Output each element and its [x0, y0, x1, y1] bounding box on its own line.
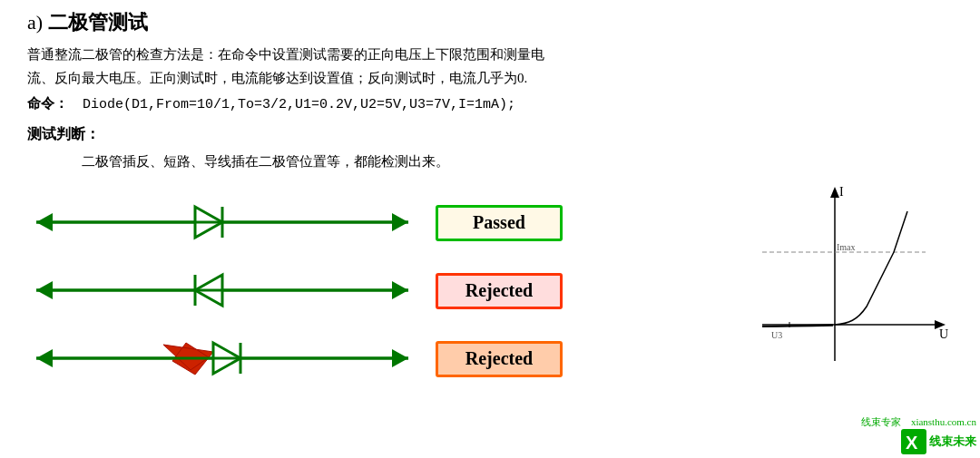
section-title: a) 二极管测试	[27, 9, 953, 36]
diagrams-area: Passed	[27, 189, 953, 393]
main-container: a) 二极管测试 普通整流二极管的检查方法是：在命令中设置测试需要的正向电压上下…	[0, 0, 980, 458]
circuit-svg-1	[27, 189, 417, 257]
watermark-logo-text: 线束未来	[929, 434, 976, 450]
status-badge-2: Rejected	[436, 273, 563, 309]
test-judgment-label: 测试判断：	[27, 125, 953, 144]
description-block: 普通整流二极管的检查方法是：在命令中设置测试需要的正向电压上下限范围和测量电 流…	[27, 44, 953, 90]
status-text-2: Rejected	[466, 280, 533, 301]
circuit-row-2: Rejected	[27, 257, 735, 325]
circuit-row-3: Rejected	[27, 325, 735, 393]
status-badge-3: Rejected	[436, 341, 563, 377]
svg-rect-22	[744, 180, 953, 379]
status-text-3: Rejected	[466, 348, 533, 369]
command-text: Diode(D1,From=10/1,To=3/2,U1=0.2V,U2=5V,…	[83, 97, 515, 112]
watermark-url: xiansthu.com.cn	[911, 416, 976, 427]
watermark-line1-text: 线束专家	[861, 416, 901, 427]
svg-text:Imax: Imax	[837, 242, 856, 252]
circuit-row-1: Passed	[27, 189, 735, 257]
description-line1: 普通整流二极管的检查方法是：在命令中设置测试需要的正向电压上下限范围和测量电	[27, 47, 544, 62]
status-text-1: Passed	[473, 212, 525, 233]
circuit-svg-3	[27, 325, 417, 393]
command-label: 命令：	[27, 95, 68, 112]
svg-text:U3: U3	[771, 330, 782, 340]
title-text: 二极管测试	[48, 11, 148, 34]
watermark: 线束专家 xiansthu.com.cn X 线束未来	[858, 412, 980, 458]
svg-text:I: I	[839, 185, 844, 199]
svg-text:X: X	[906, 433, 918, 453]
title-prefix: a)	[27, 11, 48, 34]
circuits-column: Passed	[27, 189, 735, 393]
svg-text:U: U	[939, 327, 948, 341]
watermark-text1: 线束专家 xiansthu.com.cn	[861, 415, 976, 429]
description-line2: 流、反向最大电压。正向测试时，电流能够达到设置值；反向测试时，电流几乎为0.	[27, 71, 527, 85]
command-line: 命令： Diode(D1,From=10/1,To=3/2,U1=0.2V,U2…	[27, 95, 953, 112]
iv-chart: I U Imax U3	[744, 180, 953, 379]
circuit-svg-2	[27, 257, 417, 325]
test-judgment-detail: 二极管插反、短路、导线插在二极管位置等，都能检测出来。	[82, 153, 953, 171]
status-badge-1: Passed	[436, 205, 563, 241]
watermark-logo: X 线束未来	[901, 429, 976, 454]
